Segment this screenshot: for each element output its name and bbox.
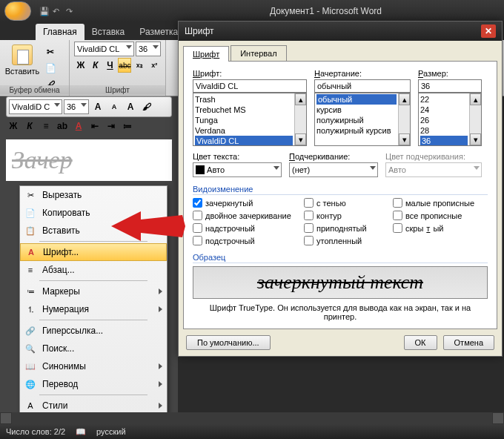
mini-shrink-font-icon[interactable]: A [107, 99, 122, 114]
ctx-cut[interactable]: ✂Вырезать [20, 186, 167, 204]
checkbox[interactable] [304, 223, 314, 233]
chk-strikethrough[interactable]: зачеркнутый [193, 198, 304, 208]
checkbox[interactable] [304, 236, 314, 245]
mini-font-combo[interactable]: VivaldiD C [9, 99, 62, 114]
cancel-button[interactable]: Отмена [443, 335, 494, 350]
scroll-up-icon[interactable]: ▴ [295, 93, 306, 105]
underline-button[interactable]: Ч [104, 58, 117, 73]
mini-align[interactable]: ≡ [39, 119, 53, 133]
checkbox[interactable] [304, 198, 314, 208]
list-item[interactable]: обычный [316, 94, 397, 105]
ctx-copy[interactable]: 📄Копировать [20, 204, 167, 222]
font-color-combo[interactable]: Авто [193, 162, 282, 177]
chk-smallcaps[interactable]: малые прописные [393, 198, 489, 208]
font-size-combo[interactable]: 36 [136, 42, 161, 56]
mini-painter-icon[interactable]: 🖌 [139, 99, 154, 114]
document-page[interactable]: Зачер [6, 139, 172, 181]
chk-emboss[interactable]: приподнятый [304, 223, 393, 233]
font-style-input[interactable] [314, 79, 411, 93]
ctx-paragraph[interactable]: ≡Абзац... [20, 261, 167, 279]
mini-bold[interactable]: Ж [6, 119, 21, 133]
checkbox[interactable] [193, 211, 202, 220]
default-button[interactable]: По умолчанию... [186, 335, 271, 350]
scroll-up-icon[interactable]: ▴ [399, 93, 410, 105]
scrollbar[interactable]: ▴▾ [398, 93, 410, 145]
font-size-input[interactable] [418, 79, 482, 93]
ctx-numbering[interactable]: ⒈Нумерация [20, 300, 167, 318]
paste-button[interactable]: Вставить [4, 42, 40, 92]
undo-icon[interactable]: ↶ [53, 7, 62, 16]
scrollbar[interactable]: ▴▾ [469, 93, 481, 145]
mini-size-combo[interactable]: 36 [64, 99, 89, 114]
close-button[interactable]: ✕ [481, 24, 496, 38]
checkbox[interactable] [393, 211, 402, 220]
list-item[interactable]: 28 [420, 125, 468, 136]
list-item[interactable]: полужирный курсив [316, 125, 397, 136]
ctx-translate[interactable]: 🌐Перевод [20, 375, 167, 393]
ctx-paste[interactable]: 📋Вставить [20, 222, 167, 240]
underline-combo[interactable]: (нет) [289, 162, 378, 177]
list-item[interactable]: курсив [316, 105, 397, 115]
ctx-synonyms[interactable]: 📖Синонимы [20, 357, 167, 375]
list-item[interactable]: Verdana [195, 125, 293, 136]
save-icon[interactable]: 💾 [39, 7, 48, 16]
scroll-down-icon[interactable]: ▾ [470, 133, 481, 145]
superscript-button[interactable]: x² [147, 58, 161, 73]
subscript-button[interactable]: x₂ [133, 58, 146, 73]
redo-icon[interactable]: ↷ [66, 7, 75, 16]
list-item[interactable]: 24 [420, 105, 468, 115]
italic-button[interactable]: К [89, 58, 102, 73]
size-listbox[interactable]: 22 24 26 28 36 ▴▾ [418, 93, 482, 146]
dialog-titlebar[interactable]: Шрифт ✕ [179, 22, 502, 41]
mini-highlight[interactable]: ab [55, 119, 70, 133]
scroll-left-icon[interactable] [0, 412, 12, 424]
ctx-lookup[interactable]: 🔍Поиск... [20, 340, 167, 357]
scroll-down-icon[interactable]: ▾ [295, 133, 306, 145]
checkbox[interactable] [393, 198, 402, 208]
horizontal-scrollbar[interactable] [0, 412, 504, 424]
scroll-up-icon[interactable]: ▴ [470, 93, 481, 105]
bold-button[interactable]: Ж [74, 58, 87, 73]
strike-button[interactable]: abc [118, 58, 131, 73]
scroll-down-icon[interactable]: ▾ [399, 133, 410, 145]
copy-icon[interactable]: 📄 [43, 61, 58, 76]
font-listbox[interactable]: Trash Trebuchet MS Tunga Verdana Vivaldi… [193, 93, 307, 146]
scroll-right-icon[interactable] [492, 412, 504, 424]
list-item[interactable]: Trash [195, 94, 293, 105]
proofing-icon[interactable]: 📖 [76, 427, 86, 437]
office-button[interactable] [4, 1, 31, 21]
list-item[interactable]: полужирный [316, 115, 397, 125]
checkbox[interactable] [304, 211, 314, 220]
tab-insert[interactable]: Вставка [84, 24, 133, 40]
chk-shadow[interactable]: с тенью [304, 198, 393, 208]
ok-button[interactable]: ОК [404, 335, 437, 350]
mini-indent-inc[interactable]: ⇥ [104, 119, 119, 133]
ctx-hyperlink[interactable]: 🔗Гиперссылка... [20, 322, 167, 340]
font-name-input[interactable] [193, 79, 307, 93]
chk-double-strike[interactable]: двойное зачеркивание [193, 211, 304, 220]
ctx-font[interactable]: AШрифт... [20, 243, 167, 261]
mini-italic[interactable]: К [22, 119, 37, 133]
checkbox[interactable] [193, 236, 202, 245]
checkbox[interactable] [193, 223, 202, 233]
chk-subscript[interactable]: подстрочный [193, 236, 304, 245]
chk-hidden[interactable]: скрытый [393, 223, 489, 233]
list-item[interactable]: Tunga [195, 115, 293, 125]
scrollbar[interactable]: ▴▾ [294, 93, 306, 145]
checkbox[interactable] [193, 198, 202, 208]
chk-engrave[interactable]: утопленный [304, 236, 393, 245]
ctx-bullets[interactable]: ≔Маркеры [20, 283, 167, 300]
list-item[interactable]: Trebuchet MS [195, 105, 293, 115]
mini-fontcolor[interactable]: A [71, 119, 86, 133]
font-name-combo[interactable]: VivaldiD CL [74, 42, 134, 56]
mini-bullets[interactable]: ≔ [120, 119, 135, 133]
list-item[interactable]: 26 [420, 115, 468, 125]
scroll-track[interactable] [12, 412, 492, 424]
mini-grow-font-icon[interactable]: A [90, 99, 105, 114]
mini-styles-icon[interactable]: A [123, 99, 138, 114]
chk-superscript[interactable]: надстрочный [193, 223, 304, 233]
list-item[interactable]: VivaldiD CL [195, 136, 293, 146]
dlg-tab-spacing[interactable]: Интервал [231, 45, 286, 61]
cut-icon[interactable]: ✂ [43, 44, 58, 59]
mini-indent-dec[interactable]: ⇤ [87, 119, 102, 133]
